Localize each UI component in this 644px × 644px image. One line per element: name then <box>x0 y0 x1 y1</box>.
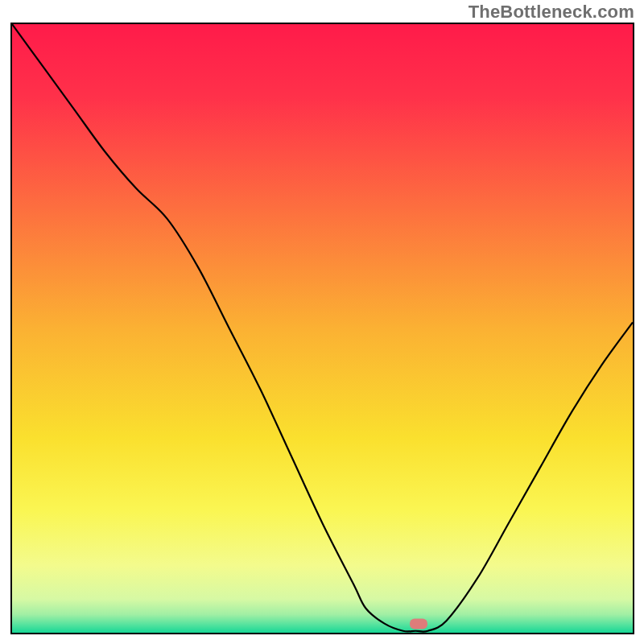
result-marker <box>410 619 427 630</box>
chart-line <box>12 24 633 633</box>
chart-frame <box>10 23 634 634</box>
watermark-text: TheBottleneck.com <box>469 2 634 23</box>
